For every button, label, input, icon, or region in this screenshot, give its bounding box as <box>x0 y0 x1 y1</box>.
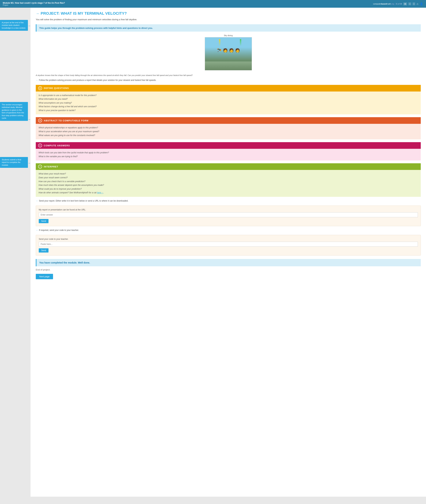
define-questions: Is it appropriate to use a mathematical … <box>39 94 418 112</box>
image-section: Sky diving 🪂 🧑 🧑 🧑 <box>36 34 421 71</box>
wolfram-link[interactable]: here→ <box>97 191 103 194</box>
code-form-label: Send your code to your teacher. <box>39 238 418 240</box>
annotation-section: The section encourages individual study.… <box>0 102 28 121</box>
compute-q1: Which tools can you take from the cyclis… <box>39 151 418 155</box>
annotation-arrow-2: → <box>28 118 31 121</box>
annotation-project: A project at the end of the module tests… <box>0 20 28 31</box>
define-q2: What information do you need? <box>39 97 418 101</box>
annotation-arrow-3: → <box>28 161 31 165</box>
compute-q2: What is the variable you are trying to f… <box>39 155 418 159</box>
compute-section-header: C COMPUTE ANSWERS <box>36 142 421 149</box>
smoke-green <box>240 39 241 46</box>
user-icon[interactable]: 👤 <box>420 2 423 6</box>
send-report-row: → Send your report. Either write it in t… <box>36 200 421 202</box>
code-send-button[interactable]: Send <box>39 248 49 253</box>
abstract-content: Which physical relationships or equation… <box>36 124 421 139</box>
abstract-q2: What is your acceleration when you are a… <box>39 130 418 134</box>
abstract-title: ABSTRACT TO COMPUTABLE FORM <box>44 119 88 122</box>
compute-badge: C <box>38 144 42 147</box>
nav-next-button[interactable]: › <box>412 2 415 5</box>
page-layout: A project at the end of the module tests… <box>0 8 426 497</box>
send-code-row: → If required, send your code to your te… <box>36 229 421 231</box>
interpret-questions: What does your result mean? Does your re… <box>39 172 418 195</box>
project-title: PROJECT: WHAT IS MY TERMINAL VELOCITY? <box>41 11 127 16</box>
follow-text-row: → Follow the problem-solving process and… <box>36 79 421 81</box>
nav-grid-button[interactable]: ⊞ <box>403 2 407 5</box>
home-icon[interactable]: ⌂ <box>417 2 418 5</box>
annotation-arrow-1: → <box>28 24 31 28</box>
main-content: → PROJECT: WHAT IS MY TERMINAL VELOCITY?… <box>30 8 426 497</box>
follow-text: Follow the problem-solving process and p… <box>39 79 156 81</box>
project-title-row: → PROJECT: WHAT IS MY TERMINAL VELOCITY? <box>36 11 421 16</box>
ground <box>205 61 252 70</box>
interpret-badge: I <box>38 165 42 168</box>
compute-title: COMPUTE ANSWERS <box>44 144 70 147</box>
page-header: Module M1: How fast could I cycle stage … <box>0 0 426 8</box>
completion-message: You have completed the module. Well done… <box>39 261 90 264</box>
interpret-q1: What does your result mean? <box>39 172 418 176</box>
completion-box: You have completed the module. Well done… <box>36 259 421 266</box>
send-code-arrow: → <box>36 229 38 231</box>
skydive-figures: 🪂 🧑 🧑 🧑 <box>217 48 240 53</box>
intro-text: You will solve the problem of finding yo… <box>36 18 421 21</box>
define-q1: Is it appropriate to use a mathematical … <box>39 94 418 97</box>
figure-4: 🧑 <box>235 48 240 53</box>
report-form-label: My report or presentation can be found a… <box>39 209 418 211</box>
define-q3: What assumptions are you making? <box>39 101 418 105</box>
interpret-q5: What could you do to improve your predic… <box>39 187 418 191</box>
define-title: DEFINE QUESTIONS <box>44 87 69 89</box>
smoke-yellow <box>219 39 220 46</box>
define-section-header: D DEFINE QUESTIONS <box>36 85 421 92</box>
compute-questions: Which tools can you take from the cyclis… <box>39 151 418 158</box>
title-arrow-icon: → <box>36 12 39 15</box>
abstract-q1: Which physical relationships or equation… <box>39 126 418 130</box>
next-page-button[interactable]: Next page <box>36 274 53 279</box>
report-form: My report or presentation can be found a… <box>36 205 421 226</box>
define-q5: What is your precise question to tackle? <box>39 109 418 112</box>
interpret-q3: How can you check that it is a sensible … <box>39 180 418 183</box>
define-badge: D <box>38 86 42 90</box>
define-q4: What factors change during a free fall a… <box>39 105 418 109</box>
guide-text: This guide helps you through the problem… <box>39 27 153 29</box>
guide-box: This guide helps you through the problem… <box>36 24 421 32</box>
interpret-q4: How much does the answer depend upon the… <box>39 183 418 187</box>
header-controls: computerbasedmath.org 31 of 38 ⊞ ‹ › ⌂ 👤 <box>373 2 423 6</box>
interpret-title: INTERPRET <box>44 165 58 168</box>
interpret-content: What does your result mean? Does your re… <box>36 170 421 197</box>
module-title: Module M1: How fast could I cycle stage … <box>3 2 65 4</box>
interpret-section-header: I INTERPRET <box>36 163 421 170</box>
abstract-section-header: A ABSTRACT TO COMPUTABLE FORM <box>36 117 421 124</box>
send-report-arrow: → <box>36 200 38 202</box>
page-counter: 31 of 38 <box>396 3 402 5</box>
send-code-text: If required, send your code to your teac… <box>39 229 79 231</box>
skydive-image: 🪂 🧑 🧑 🧑 <box>205 37 252 70</box>
abstract-badge: A <box>38 119 42 122</box>
interpret-q6: How do other animals compare? See Wolfra… <box>39 191 418 195</box>
define-content: Is it appropriate to use a mathematical … <box>36 92 421 115</box>
cbm-logo: computerbasedmath.org <box>373 3 394 5</box>
end-text: End of project. <box>36 268 421 271</box>
report-send-button[interactable]: Send <box>39 219 49 223</box>
report-url-input[interactable] <box>39 212 418 217</box>
send-report-text: Send your report. Either write it in tex… <box>39 200 128 202</box>
figure-1: 🪂 <box>217 48 221 53</box>
code-paste-input[interactable] <box>39 242 418 247</box>
abstract-questions: Which physical relationships or equation… <box>39 126 418 137</box>
figure-3: 🧑 <box>229 48 234 53</box>
compute-content: Which tools can you take from the cyclis… <box>36 149 421 161</box>
interpret-q2: Does your result seem correct? <box>39 176 418 180</box>
figure-2: 🧑 <box>223 48 228 53</box>
caption-text: A skydiver knows that the shape of their… <box>36 74 421 77</box>
image-label: Sky diving <box>36 34 421 37</box>
section-label: Project <box>3 4 65 6</box>
annotation-report: Students submit a final report to comple… <box>0 157 28 168</box>
header-title-area: Module M1: How fast could I cycle stage … <box>3 2 65 6</box>
abstract-q3: What values are you going to use for the… <box>39 134 418 138</box>
code-form: Send your code to your teacher. Send <box>36 235 421 256</box>
follow-arrow-icon: → <box>36 79 38 81</box>
nav-prev-button[interactable]: ‹ <box>408 2 411 5</box>
